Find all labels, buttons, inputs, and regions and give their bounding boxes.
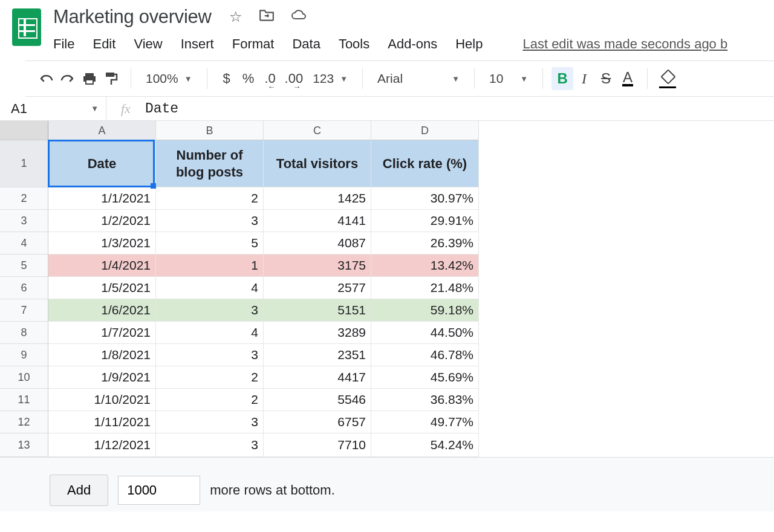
cell[interactable]: 2 <box>156 389 264 411</box>
cell[interactable]: 3 <box>156 433 264 457</box>
cell[interactable]: 4 <box>156 277 264 299</box>
menu-view[interactable]: View <box>134 36 162 52</box>
undo-icon[interactable] <box>35 67 57 90</box>
cell[interactable]: 1/9/2021 <box>48 366 156 389</box>
last-edit-link[interactable]: Last edit was made seconds ago b <box>522 36 727 52</box>
cell[interactable]: 49.77% <box>371 411 479 433</box>
paint-format-icon[interactable] <box>100 67 122 90</box>
cell[interactable]: 13.42% <box>371 255 479 277</box>
bold-button[interactable]: B <box>551 67 573 90</box>
row-header[interactable]: 3 <box>0 210 48 232</box>
cell[interactable]: 1 <box>156 255 264 277</box>
row-header[interactable]: 5 <box>0 255 48 277</box>
cell[interactable]: 30.97% <box>371 187 479 210</box>
increase-decimal-button[interactable]: .00→ <box>281 67 307 90</box>
cell[interactable]: 1/7/2021 <box>48 322 156 344</box>
add-rows-button[interactable]: Add <box>50 475 108 506</box>
column-header-D[interactable]: D <box>371 121 479 140</box>
zoom-dropdown[interactable]: 100%▼ <box>140 67 198 90</box>
cell[interactable]: 1/4/2021 <box>48 255 156 277</box>
select-all-corner[interactable] <box>0 121 48 140</box>
name-box[interactable]: A1▼ <box>0 97 106 120</box>
row-header[interactable]: 9 <box>0 344 48 366</box>
row-header[interactable]: 8 <box>0 322 48 344</box>
cell[interactable]: 36.83% <box>371 389 479 411</box>
cell[interactable]: 46.78% <box>371 344 479 366</box>
column-header-B[interactable]: B <box>156 121 264 140</box>
cell[interactable]: Date <box>48 140 156 187</box>
row-header[interactable]: 7 <box>0 299 48 322</box>
cell[interactable]: 3175 <box>264 255 371 277</box>
row-header[interactable]: 6 <box>0 277 48 299</box>
sheets-logo-icon[interactable] <box>12 8 41 46</box>
row-header[interactable]: 4 <box>0 232 48 255</box>
row-header[interactable]: 12 <box>0 411 48 433</box>
menu-help[interactable]: Help <box>455 36 483 52</box>
cell[interactable]: 3 <box>156 344 264 366</box>
cell[interactable]: Click rate (%) <box>371 140 479 187</box>
cell[interactable]: Total visitors <box>264 140 371 187</box>
cell[interactable]: 45.69% <box>371 366 479 389</box>
cell[interactable]: 1/12/2021 <box>48 433 156 457</box>
cell[interactable]: 2 <box>156 187 264 210</box>
print-icon[interactable] <box>79 67 100 90</box>
cell[interactable]: 2577 <box>264 277 371 299</box>
row-header[interactable]: 2 <box>0 187 48 210</box>
cell[interactable]: 1425 <box>264 187 371 210</box>
cell[interactable]: Number of blog posts <box>156 140 264 187</box>
move-folder-icon[interactable] <box>259 8 276 25</box>
cell[interactable]: 3 <box>156 299 264 322</box>
cell[interactable]: 4417 <box>264 366 371 389</box>
cell[interactable]: 1/1/2021 <box>48 187 156 210</box>
cell[interactable]: 2351 <box>264 344 371 366</box>
italic-button[interactable]: I <box>573 67 595 90</box>
format-currency-button[interactable]: $ <box>216 67 238 90</box>
cell[interactable]: 1/5/2021 <box>48 277 156 299</box>
row-header[interactable]: 11 <box>0 389 48 411</box>
star-icon[interactable]: ☆ <box>227 8 244 25</box>
menu-tools[interactable]: Tools <box>339 36 369 52</box>
cell[interactable]: 44.50% <box>371 322 479 344</box>
menu-insert[interactable]: Insert <box>181 36 214 52</box>
text-color-button[interactable]: A <box>617 67 639 90</box>
fill-color-button[interactable] <box>656 67 678 90</box>
number-format-dropdown[interactable]: 123▼ <box>307 67 354 90</box>
menu-format[interactable]: Format <box>232 36 275 52</box>
cell[interactable]: 54.24% <box>371 433 479 457</box>
format-percent-button[interactable]: % <box>238 67 259 90</box>
decrease-decimal-button[interactable]: .0← <box>259 67 281 90</box>
cell[interactable]: 1/10/2021 <box>48 389 156 411</box>
row-header[interactable]: 13 <box>0 433 48 457</box>
cell[interactable]: 1/8/2021 <box>48 344 156 366</box>
cell[interactable]: 3 <box>156 411 264 433</box>
cell[interactable]: 1/3/2021 <box>48 232 156 255</box>
cell[interactable]: 29.91% <box>371 210 479 232</box>
cell[interactable]: 4141 <box>264 210 371 232</box>
cell[interactable]: 59.18% <box>371 299 479 322</box>
add-rows-count-input[interactable] <box>118 476 200 505</box>
cell[interactable]: 1/6/2021 <box>48 299 156 322</box>
cell[interactable]: 5 <box>156 232 264 255</box>
cell[interactable]: 3 <box>156 210 264 232</box>
cell[interactable]: 4087 <box>264 232 371 255</box>
formula-input[interactable]: Date <box>145 101 178 117</box>
menu-addons[interactable]: Add-ons <box>388 36 437 52</box>
redo-icon[interactable] <box>57 67 79 90</box>
cell[interactable]: 21.48% <box>371 277 479 299</box>
cell[interactable]: 1/11/2021 <box>48 411 156 433</box>
cell[interactable]: 5151 <box>264 299 371 322</box>
cell[interactable]: 26.39% <box>371 232 479 255</box>
cell[interactable]: 3289 <box>264 322 371 344</box>
row-header[interactable]: 10 <box>0 366 48 389</box>
row-header-1[interactable]: 1 <box>0 140 48 187</box>
cloud-status-icon[interactable] <box>290 8 307 25</box>
menu-data[interactable]: Data <box>292 36 320 52</box>
document-title[interactable]: Marketing overview <box>53 6 212 28</box>
strikethrough-button[interactable]: S <box>595 67 617 90</box>
menu-file[interactable]: File <box>53 36 74 52</box>
cell[interactable]: 4 <box>156 322 264 344</box>
font-size-dropdown[interactable]: 10▼ <box>483 67 534 90</box>
menu-edit[interactable]: Edit <box>93 36 115 52</box>
column-header-A[interactable]: A <box>48 121 156 140</box>
cell[interactable]: 1/2/2021 <box>48 210 156 232</box>
